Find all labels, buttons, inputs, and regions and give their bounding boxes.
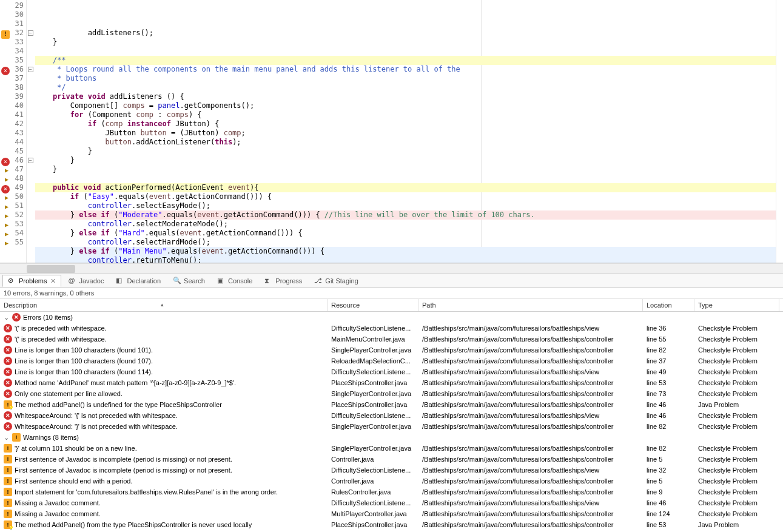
cell-location: line 82 xyxy=(643,444,694,453)
line-number[interactable]: 33 xyxy=(0,38,26,47)
tab-javadoc[interactable]: @Javadoc xyxy=(62,275,109,287)
column-type[interactable]: Type xyxy=(694,299,779,311)
scrollbar-thumb[interactable] xyxy=(27,265,75,273)
line-number[interactable]: 40 xyxy=(0,101,26,110)
column-location[interactable]: Location xyxy=(643,299,694,311)
code-line[interactable]: } else if ("Hard".equals(event.getAction… xyxy=(35,229,776,238)
code-line[interactable]: for (Component comp : comps) { xyxy=(35,110,776,120)
code-line[interactable]: } xyxy=(35,156,776,165)
problem-row[interactable]: !Import statement for 'com.futuresailors… xyxy=(0,487,783,497)
line-number[interactable]: 42 xyxy=(0,120,26,129)
line-number[interactable]: 43 xyxy=(0,129,26,138)
code-line[interactable]: * Loops round all the components on the … xyxy=(35,65,776,74)
horizontal-scrollbar[interactable] xyxy=(0,263,783,274)
problem-row[interactable]: ✕WhitespaceAround: '{' is not preceded w… xyxy=(0,410,783,421)
line-number[interactable]: 47▶ xyxy=(0,165,26,174)
problem-row[interactable]: !First sentence of Javadoc is incomplete… xyxy=(0,454,783,465)
line-number[interactable]: 34 xyxy=(0,47,26,56)
code-line[interactable] xyxy=(35,47,776,56)
line-number[interactable]: 49✕ xyxy=(0,183,26,192)
line-number[interactable]: 39 xyxy=(0,92,26,101)
code-line[interactable]: if ("Easy".equals(event.getActionCommand… xyxy=(35,192,776,201)
line-number[interactable]: 46✕− xyxy=(0,156,26,165)
problem-row[interactable]: ✕'(' is preceded with whitespace.MainMen… xyxy=(0,334,783,345)
cell-path: /Battleships/src/main/java/com/futuresai… xyxy=(418,466,643,474)
line-number[interactable]: 38 xyxy=(0,83,26,92)
line-number[interactable]: 53▶ xyxy=(0,220,26,229)
code-line[interactable]: Component[] comps = panel.getComponents(… xyxy=(35,101,776,110)
line-number[interactable]: 52▶ xyxy=(0,210,26,220)
close-icon[interactable]: ✕ xyxy=(50,277,56,285)
problem-row[interactable]: !The method addPanel() is undefined for … xyxy=(0,399,783,410)
table-header[interactable]: Description Resource Path Location Type xyxy=(0,299,783,312)
code-line[interactable]: controller.selectEasyMode(); xyxy=(35,201,776,210)
problem-row[interactable]: ✕Method name 'AddPanel' must match patte… xyxy=(0,377,783,388)
problem-row[interactable]: !First sentence should end with a period… xyxy=(0,476,783,487)
column-resource[interactable]: Resource xyxy=(328,299,418,311)
problem-row[interactable]: ✕Line is longer than 100 characters (fou… xyxy=(0,345,783,355)
code-line[interactable]: } xyxy=(35,165,776,174)
line-number[interactable]: 50▶ xyxy=(0,192,26,201)
line-number[interactable]: 36✕− xyxy=(0,65,26,74)
code-line[interactable]: controller.returnToMenu(); xyxy=(35,256,776,263)
tab-declaration[interactable]: ◧Declaration xyxy=(110,275,166,287)
code-line[interactable]: controller.selectModerateMode(); xyxy=(35,220,776,229)
problem-row[interactable]: !Missing a Javadoc comment.MultiPlayerCo… xyxy=(0,508,783,519)
problem-text: Import statement for 'com.futuresailors.… xyxy=(15,488,278,496)
line-number[interactable]: 44 xyxy=(0,138,26,147)
tab-git-staging[interactable]: ⎇Git Staging xyxy=(309,275,363,287)
problem-row[interactable]: !The method AddPanel() from the type Pla… xyxy=(0,519,783,530)
code-line[interactable]: } xyxy=(35,147,776,156)
code-line[interactable]: private void addListeners () { xyxy=(35,92,776,101)
column-description[interactable]: Description xyxy=(0,299,328,311)
code-line[interactable]: * buttons xyxy=(35,74,776,83)
problem-row[interactable]: ✕Only one statement per line allowed.Sin… xyxy=(0,388,783,399)
code-line[interactable]: */ xyxy=(35,83,776,92)
code-line[interactable]: } xyxy=(35,38,776,47)
code-line[interactable]: controller.selectHardMode(); xyxy=(35,238,776,247)
code-line[interactable] xyxy=(35,174,776,183)
line-number[interactable]: 51▶ xyxy=(0,201,26,210)
problem-group[interactable]: ⌄✕Errors (10 items) xyxy=(0,312,783,323)
code-line[interactable]: } else if ("Main Menu".equals(event.getA… xyxy=(35,247,776,256)
code-line[interactable]: JButton button = (JButton) comp; xyxy=(35,129,776,138)
line-number[interactable]: 45 xyxy=(0,147,26,156)
line-number[interactable]: 48▶ xyxy=(0,174,26,183)
problem-row[interactable]: !First sentence of Javadoc is incomplete… xyxy=(0,465,783,476)
line-number[interactable]: 41 xyxy=(0,110,26,120)
line-number[interactable]: 29 xyxy=(0,1,26,10)
code-line[interactable]: } else if ("Moderate".equals(event.getAc… xyxy=(35,210,776,220)
problem-group[interactable]: ⌄!Warnings (8 items) xyxy=(0,432,783,443)
problem-row[interactable]: ✕WhitespaceAround: '}' is not preceded w… xyxy=(0,421,783,432)
problem-row[interactable]: ✕'(' is preceded with whitespace.Difficu… xyxy=(0,323,783,334)
cell-path: /Battleships/src/main/java/com/futuresai… xyxy=(418,368,643,376)
line-number[interactable]: 55▶ xyxy=(0,238,26,247)
line-number[interactable]: 32!− xyxy=(0,29,26,38)
code-line[interactable]: /** xyxy=(35,56,776,65)
line-number[interactable]: 35 xyxy=(0,56,26,65)
code-content[interactable]: addListeners(); } /** * Loops round all … xyxy=(27,0,776,263)
expand-toggle-icon[interactable]: ⌄ xyxy=(2,314,10,322)
expand-toggle-icon[interactable]: ⌄ xyxy=(2,434,10,442)
problem-row[interactable]: ✕Line is longer than 100 characters (fou… xyxy=(0,366,783,377)
code-line[interactable]: button.addActionListener(this); xyxy=(35,138,776,147)
line-number[interactable]: 30 xyxy=(0,10,26,19)
code-line[interactable]: addListeners(); xyxy=(35,29,776,38)
problems-table[interactable]: Description Resource Path Location Type … xyxy=(0,299,783,532)
tab-search[interactable]: 🔍Search xyxy=(167,275,210,287)
line-number[interactable]: 54▶ xyxy=(0,229,26,238)
column-path[interactable]: Path xyxy=(418,299,643,311)
tab-console[interactable]: ▣Console xyxy=(212,275,258,287)
code-editor[interactable]: 29303132!−33343536✕−37383940414243444546… xyxy=(0,0,783,263)
problem-row[interactable]: !'}' at column 101 should be on a new li… xyxy=(0,443,783,454)
problem-row[interactable]: ✕Line is longer than 100 characters (fou… xyxy=(0,355,783,366)
line-number[interactable]: 31 xyxy=(0,19,26,29)
line-number[interactable]: 37 xyxy=(0,74,26,83)
line-number-gutter[interactable]: 29303132!−33343536✕−37383940414243444546… xyxy=(0,0,27,263)
tab-problems[interactable]: ⊘Problems✕ xyxy=(2,275,61,287)
code-line[interactable]: if (comp instanceof JButton) { xyxy=(35,120,776,129)
problem-row[interactable]: !Missing a Javadoc comment.DifficultySel… xyxy=(0,497,783,508)
tab-progress[interactable]: ⧗Progress xyxy=(259,275,307,287)
overview-ruler[interactable] xyxy=(776,0,783,263)
code-line[interactable]: public void actionPerformed(ActionEvent … xyxy=(35,183,776,192)
